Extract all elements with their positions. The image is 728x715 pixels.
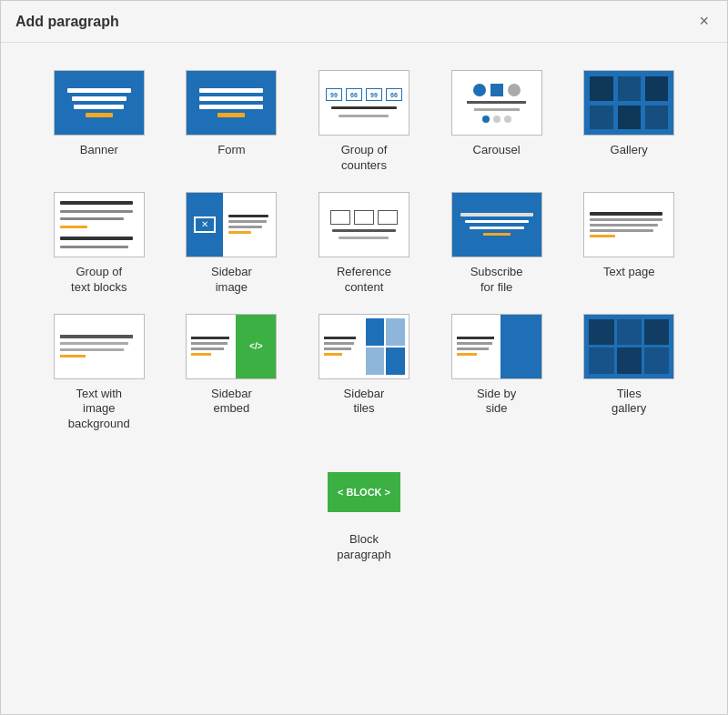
icon-carousel <box>451 70 542 136</box>
dialog-header: Add paragraph × <box>1 1 727 43</box>
item-banner-label: Banner <box>80 143 118 158</box>
item-side-by-side-label: Side byside <box>477 387 516 418</box>
item-sidebar-image-label: Sidebarimage <box>211 265 252 296</box>
item-counters[interactable]: 99 66 99 66 Group ofcounters <box>309 70 419 174</box>
last-row: < BLOCK > Blockparagraph <box>309 459 419 563</box>
item-textpage[interactable]: Text page <box>574 192 683 296</box>
item-block-paragraph-label: Blockparagraph <box>337 532 390 563</box>
item-sidebar-image[interactable]: ✕ Sidebarimage <box>177 192 286 296</box>
block-icon-visual: < BLOCK > <box>328 472 400 512</box>
item-carousel[interactable]: Carousel <box>442 70 551 174</box>
item-textblocks-label: Group oftext blocks <box>71 265 126 296</box>
item-reference[interactable]: Referencecontent <box>309 192 419 296</box>
item-sidebar-tiles-label: Sidebartiles <box>344 387 385 418</box>
icon-form <box>186 70 277 136</box>
icon-gallery <box>583 70 674 136</box>
icon-textpage <box>583 192 674 257</box>
item-form[interactable]: Form <box>177 70 286 174</box>
icon-side-by-side <box>451 314 542 379</box>
item-counters-label: Group ofcounters <box>341 143 388 174</box>
item-form-label: Form <box>217 143 245 158</box>
items-grid: Banner Form <box>37 70 691 563</box>
item-sidebar-embed-label: Sidebarembed <box>211 387 252 418</box>
icon-textblocks <box>54 192 145 257</box>
icon-sidebar-embed: </> <box>186 314 277 379</box>
item-block-paragraph[interactable]: < BLOCK > Blockparagraph <box>309 459 419 563</box>
item-sidebar-embed[interactable]: </> Sidebarembed <box>177 314 286 433</box>
icon-sidebar-image: ✕ <box>186 192 277 257</box>
close-button[interactable]: × <box>695 12 713 31</box>
icon-counters: 99 66 99 66 <box>318 70 410 136</box>
item-textpage-label: Text page <box>603 265 654 280</box>
item-subscribe[interactable]: Subscribefor file <box>442 192 551 296</box>
add-paragraph-dialog: Add paragraph × Banner <box>0 0 728 715</box>
item-tiles-gallery-label: Tilesgallery <box>612 387 646 418</box>
item-side-by-side[interactable]: Side byside <box>442 314 551 433</box>
item-banner[interactable]: Banner <box>45 70 154 174</box>
item-subscribe-label: Subscribefor file <box>470 265 523 296</box>
dialog-title: Add paragraph <box>15 14 119 30</box>
icon-text-image-bg <box>54 314 145 379</box>
item-gallery[interactable]: Gallery <box>574 70 683 174</box>
icon-block-paragraph: < BLOCK > <box>318 459 410 525</box>
item-text-image-bg[interactable]: Text withimagebackground <box>45 314 154 433</box>
item-sidebar-tiles[interactable]: Sidebartiles <box>309 314 419 433</box>
item-tiles-gallery[interactable]: Tilesgallery <box>574 314 683 433</box>
icon-sidebar-tiles <box>318 314 410 379</box>
item-text-image-bg-label: Text withimagebackground <box>68 387 130 433</box>
icon-banner <box>54 70 145 136</box>
item-textblocks[interactable]: Group oftext blocks <box>45 192 154 296</box>
item-reference-label: Referencecontent <box>337 265 391 296</box>
icon-reference <box>318 192 410 257</box>
item-carousel-label: Carousel <box>473 143 521 158</box>
dialog-body: Banner Form <box>1 43 727 599</box>
item-gallery-label: Gallery <box>611 143 648 158</box>
icon-tiles-gallery <box>583 314 674 379</box>
icon-subscribe <box>451 192 542 257</box>
